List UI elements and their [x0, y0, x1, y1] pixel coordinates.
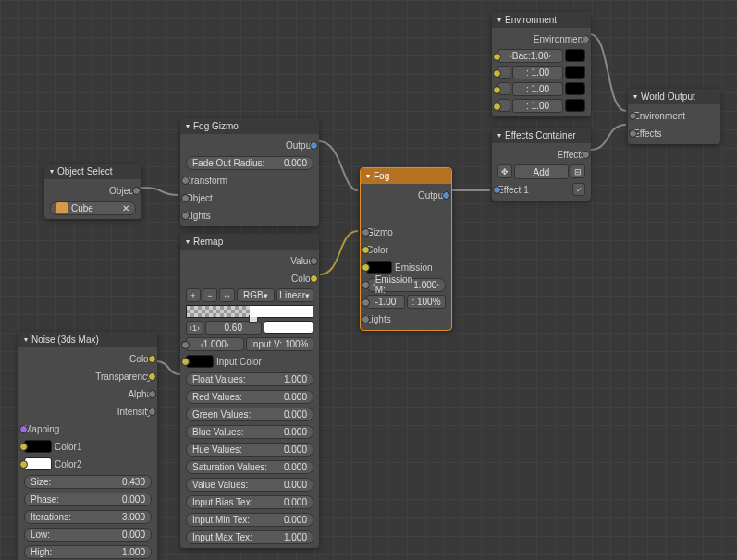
- param-high[interactable]: High:1.000: [24, 545, 152, 559]
- node-header[interactable]: ▾Remap: [180, 234, 319, 250]
- add-button[interactable]: Add: [514, 164, 569, 179]
- param-iterations[interactable]: Iterations:3.000: [24, 510, 152, 524]
- red-values[interactable]: Red Values:0.000: [186, 390, 313, 404]
- node-header[interactable]: ▾Fog Gizmo: [180, 118, 319, 134]
- node-object-select[interactable]: ▾Object Select Object Cube✕: [44, 164, 141, 219]
- add-plus-icon[interactable]: ✥: [497, 164, 512, 178]
- saturation-values[interactable]: Saturation Values:0.000: [186, 460, 313, 474]
- mode-rgb[interactable]: RGB ▾: [237, 288, 275, 302]
- bac-field[interactable]: ‹ Bac: 1.00 ›: [497, 49, 563, 63]
- add-stop-icon[interactable]: +: [186, 288, 201, 302]
- node-effects-container[interactable]: ▾Effects Container Effects ✥Add⊟ Effect …: [492, 128, 591, 201]
- node-header[interactable]: ▾Fog: [361, 168, 451, 184]
- input-value-pct[interactable]: Input V: 100%: [246, 337, 313, 351]
- param-phase[interactable]: Phase:0.000: [24, 493, 152, 506]
- hue-values[interactable]: Hue Values:0.000: [186, 443, 313, 457]
- effect-1-enable[interactable]: ✓: [572, 183, 585, 196]
- stop-position[interactable]: 0.60: [205, 321, 262, 335]
- distance[interactable]: -1.00: [366, 295, 405, 309]
- input-min-tex[interactable]: Input Min Tex:0.000: [186, 513, 313, 527]
- remove-stop-icon[interactable]: −: [203, 288, 217, 302]
- node-fog[interactable]: ▾Fog Output Gizmo Color Emission ‹Emissi…: [360, 167, 452, 331]
- fade-out-radius[interactable]: Fade Out Radius:0.000: [186, 156, 313, 170]
- node-header[interactable]: ▾Noise (3ds Max): [18, 332, 157, 347]
- input-color-swatch[interactable]: [186, 355, 214, 368]
- node-noise[interactable]: ▾Noise (3ds Max) Color Transparency Alph…: [18, 332, 157, 560]
- input-bias-tex[interactable]: Input Bias Tex:0.000: [186, 495, 313, 509]
- emission-swatch[interactable]: [366, 261, 392, 274]
- node-header[interactable]: ▾Object Select: [44, 164, 141, 179]
- input-value[interactable]: ‹ 1.000 ›: [186, 337, 244, 351]
- gradient-ramp[interactable]: [186, 305, 313, 318]
- flip-icon[interactable]: ↔: [219, 288, 235, 302]
- input-max-tex[interactable]: Input Max Tex:1.000: [186, 530, 313, 544]
- node-world-output[interactable]: ▾World Output Environment Effects: [628, 89, 720, 144]
- node-fog-gizmo[interactable]: ▾Fog Gizmo Output Fade Out Radius:0.000 …: [180, 118, 319, 226]
- remove-button[interactable]: ⊟: [571, 164, 585, 178]
- node-remap[interactable]: ▾Remap Value Color + − ↔ RGB ▾ Linear ▾ …: [180, 234, 319, 548]
- object-field[interactable]: Cube✕: [50, 201, 136, 215]
- green-values[interactable]: Green Values:0.000: [186, 408, 313, 421]
- stop-index[interactable]: ‹1›: [186, 321, 203, 335]
- gradient-handle[interactable]: [249, 315, 258, 323]
- emission-mult[interactable]: ‹Emission M: 1.000›: [366, 278, 446, 292]
- param-low[interactable]: Low:0.000: [24, 528, 152, 542]
- distance-pct[interactable]: : 100%: [407, 295, 446, 309]
- mode-linear[interactable]: Linear ▾: [276, 288, 314, 302]
- bac-color[interactable]: [565, 49, 585, 62]
- node-header[interactable]: ▾World Output: [628, 89, 720, 104]
- float-values[interactable]: Float Values:1.000: [186, 372, 313, 386]
- stop-color[interactable]: [264, 321, 314, 334]
- node-header[interactable]: ▾Environment: [492, 12, 591, 28]
- value-values[interactable]: Value Values:0.000: [186, 478, 313, 492]
- param-size[interactable]: Size:0.430: [24, 475, 152, 489]
- node-environment[interactable]: ▾Environment Environment ‹ Bac: 1.00 › :…: [492, 12, 591, 116]
- node-header[interactable]: ▾Effects Container: [492, 128, 591, 143]
- blue-values[interactable]: Blue Values:0.000: [186, 425, 313, 439]
